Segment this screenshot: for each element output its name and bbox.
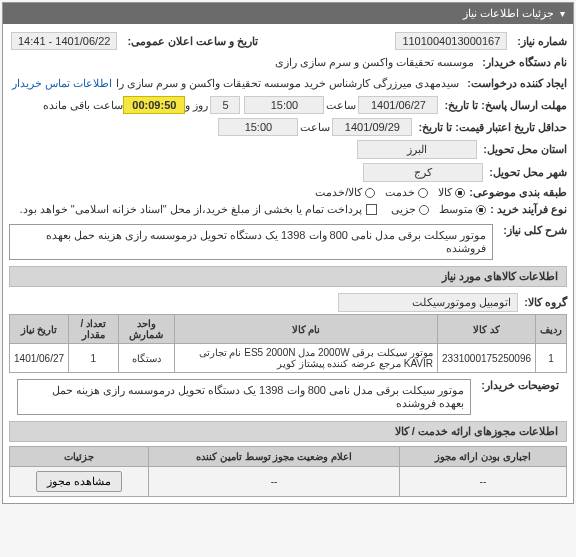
opt-label: کالا — [438, 186, 452, 199]
cell-idx: 1 — [536, 344, 567, 373]
col-unit: واحد شمارش — [118, 315, 174, 344]
deadline-time: 15:00 — [244, 96, 324, 114]
col-details: جزئیات — [10, 447, 149, 467]
category-opt-service[interactable]: خدمت — [385, 186, 428, 199]
radio-filled-icon — [476, 205, 486, 215]
col-code: کد کالا — [438, 315, 536, 344]
table-row: 1 2331000175250096 موتور سیکلت برقی 2000… — [10, 344, 567, 373]
contact-link[interactable]: اطلاعات تماس خریدار — [12, 77, 112, 90]
col-status: اعلام وضعیت مجوز توسط تامین کننده — [149, 447, 400, 467]
panel-body: شماره نیاز: 1101004013000167 تاریخ و ساع… — [3, 24, 573, 503]
opt-label: جزیی — [391, 203, 416, 216]
licenses-section-header: اطلاعات مجوزهای ارائه خدمت / کالا — [9, 421, 567, 442]
province-value: البرز — [357, 140, 477, 159]
radio-empty-icon — [418, 188, 428, 198]
group-label: گروه کالا: — [524, 296, 567, 309]
opt-label: کالا/خدمت — [315, 186, 362, 199]
buyer-note-label: توضیحات خریدار: — [481, 379, 559, 392]
deadline-time-label: ساعت — [326, 99, 356, 112]
panel-header[interactable]: ▾ جزئیات اطلاعات نیاز — [3, 3, 573, 24]
category-opt-both[interactable]: کالا/خدمت — [315, 186, 375, 199]
cell-status: -- — [149, 467, 400, 497]
minvalid-time: 15:00 — [218, 118, 298, 136]
process-opt-medium[interactable]: متوسط — [439, 203, 486, 216]
licenses-table: اجباری بودن ارائه مجوز اعلام وضعیت مجوز … — [9, 446, 567, 497]
province-label: استان محل تحویل: — [483, 143, 567, 156]
radio-empty-icon — [365, 188, 375, 198]
cell-code: 2331000175250096 — [438, 344, 536, 373]
category-label: طبقه بندی موضوعی: — [469, 186, 567, 199]
view-license-button[interactable]: مشاهده مجوز — [36, 471, 122, 492]
deadline-date: 1401/06/27 — [358, 96, 438, 114]
buyer-org-value: موسسه تحقیقات واکسن و سرم سازی رازی — [271, 54, 478, 71]
col-date: تاریخ نیاز — [10, 315, 69, 344]
cell-date: 1401/06/27 — [10, 344, 69, 373]
announce-label: تاریخ و ساعت اعلان عمومی: — [127, 35, 258, 48]
items-table: ردیف کد کالا نام کالا واحد شمارش تعداد /… — [9, 314, 567, 373]
collapse-icon: ▾ — [560, 8, 565, 19]
opt-label: متوسط — [439, 203, 473, 216]
col-qty: تعداد / مقدار — [69, 315, 118, 344]
process-label: نوع فرآیند خرید : — [490, 203, 567, 216]
summary-label: شرح کلی نیاز: — [503, 224, 567, 237]
treasury-note: پرداخت تمام یا بخشی از مبلغ خرید،از محل … — [20, 203, 378, 216]
city-label: شهر محل تحویل: — [489, 166, 567, 179]
need-number-label: شماره نیاز: — [517, 35, 567, 48]
buyer-org-label: نام دستگاه خریدار: — [482, 56, 567, 69]
col-mandatory: اجباری بودن ارائه مجوز — [399, 447, 566, 467]
need-number-value: 1101004013000167 — [395, 32, 507, 50]
group-value: اتومبیل وموتورسیکلت — [338, 293, 518, 312]
treasury-note-text: پرداخت تمام یا بخشی از مبلغ خرید،از محل … — [20, 203, 363, 216]
items-section-header: اطلاعات کالاهای مورد نیاز — [9, 266, 567, 287]
requester-value: سیدمهدی میرزرگی کارشناس خرید موسسه تحقیق… — [112, 75, 464, 92]
cell-unit: دستگاه — [118, 344, 174, 373]
deadline-remain-label: ساعت باقی مانده — [43, 99, 123, 112]
col-name: نام کالا — [174, 315, 437, 344]
radio-filled-icon — [455, 188, 465, 198]
deadline-days: 5 — [210, 96, 240, 114]
minvalid-time-label: ساعت — [300, 121, 330, 134]
table-header-row: ردیف کد کالا نام کالا واحد شمارش تعداد /… — [10, 315, 567, 344]
deadline-day-label: روز و — [185, 99, 208, 112]
cell-details: مشاهده مجوز — [10, 467, 149, 497]
category-options: کالا خدمت کالا/خدمت — [315, 186, 465, 199]
table-header-row: اجباری بودن ارائه مجوز اعلام وضعیت مجوز … — [10, 447, 567, 467]
cell-qty: 1 — [69, 344, 118, 373]
buyer-note-text: موتور سیکلت برقی مدل نامی 800 وات 1398 ی… — [17, 379, 471, 415]
checkbox-icon[interactable] — [366, 204, 377, 215]
panel-title: جزئیات اطلاعات نیاز — [463, 7, 554, 20]
opt-label: خدمت — [385, 186, 415, 199]
cell-name: موتور سیکلت برقی 2000W مدل ES5 2000N نام… — [174, 344, 437, 373]
summary-text: موتور سیکلت برقی مدل نامی 800 وات 1398 ی… — [9, 224, 493, 260]
minvalid-date: 1401/09/29 — [332, 118, 412, 136]
city-value: کرج — [363, 163, 483, 182]
minvalid-label: حداقل تاریخ اعتبار قیمت: تا تاریخ: — [418, 121, 567, 134]
radio-empty-icon — [419, 205, 429, 215]
cell-mandatory: -- — [399, 467, 566, 497]
table-row: -- -- مشاهده مجوز — [10, 467, 567, 497]
process-opt-minor[interactable]: جزیی — [391, 203, 429, 216]
requester-label: ایجاد کننده درخواست: — [467, 77, 567, 90]
process-options: متوسط جزیی — [391, 203, 486, 216]
col-idx: ردیف — [536, 315, 567, 344]
deadline-label: مهلت ارسال پاسخ: تا تاریخ: — [444, 99, 567, 112]
announce-value: 1401/06/22 - 14:41 — [11, 32, 117, 50]
category-opt-goods[interactable]: کالا — [438, 186, 465, 199]
countdown-timer: 00:09:50 — [123, 96, 185, 114]
